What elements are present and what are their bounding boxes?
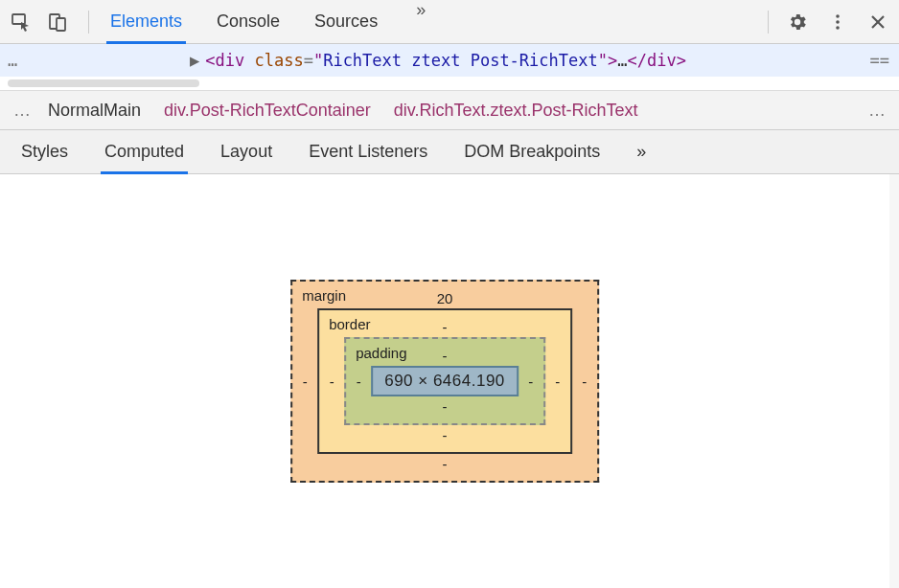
computed-pane: margin 20 - border - - padding: [0, 174, 899, 588]
device-toolbar-icon[interactable]: [46, 11, 69, 34]
breadcrumb-more-right[interactable]: …: [863, 101, 891, 121]
box-model-margin-label: margin: [302, 287, 346, 304]
settings-icon[interactable]: [786, 11, 809, 34]
svg-point-5: [836, 26, 840, 30]
toolbar-left-icons: [10, 11, 82, 34]
dom-attr-name: class: [254, 51, 303, 70]
separator: [88, 11, 89, 34]
devtools-toolbar: Elements Console Sources »: [0, 0, 899, 44]
tab-console[interactable]: Console: [213, 0, 284, 43]
truncation-left: …: [8, 51, 36, 70]
padding-bottom[interactable]: -: [346, 396, 543, 423]
subtab-dom-breakpoints[interactable]: DOM Breakpoints: [460, 130, 604, 173]
margin-bottom[interactable]: -: [292, 454, 597, 481]
tab-sources[interactable]: Sources: [311, 0, 381, 43]
dom-selected-line[interactable]: … ▶ <div class="RichText ztext Post-Rich…: [0, 44, 899, 77]
breadcrumb-item[interactable]: div.Post-RichTextContainer: [152, 101, 382, 121]
svg-point-3: [836, 14, 840, 18]
dom-tag: div: [216, 51, 245, 70]
svg-rect-2: [57, 18, 65, 31]
kebab-menu-icon[interactable]: [826, 11, 849, 34]
subtab-styles[interactable]: Styles: [17, 130, 72, 173]
breadcrumb-item[interactable]: div.RichText.ztext.Post-RichText: [382, 101, 650, 121]
selected-marker: ==: [870, 51, 899, 70]
padding-right[interactable]: -: [519, 373, 543, 390]
margin-left[interactable]: -: [292, 373, 317, 390]
padding-left[interactable]: -: [346, 373, 371, 390]
expand-triangle-icon[interactable]: ▶: [190, 51, 199, 70]
styles-subtabs: Styles Computed Layout Event Listeners D…: [0, 130, 899, 174]
border-right[interactable]: -: [545, 373, 570, 390]
margin-right[interactable]: -: [572, 373, 597, 390]
border-left[interactable]: -: [319, 373, 344, 390]
box-model-content[interactable]: 690 × 6464.190: [371, 366, 519, 396]
tab-elements[interactable]: Elements: [106, 0, 186, 43]
box-model[interactable]: margin 20 - border - - padding: [290, 280, 599, 483]
scrollbar-thumb[interactable]: [8, 79, 199, 87]
breadcrumb-more-left[interactable]: …: [8, 101, 36, 121]
dom-attr-value: RichText ztext Post-RichText: [323, 51, 598, 70]
breadcrumb-item[interactable]: NormalMain: [36, 101, 152, 121]
svg-rect-0: [12, 14, 25, 24]
inspect-element-icon[interactable]: [10, 11, 33, 34]
subtabs-overflow[interactable]: »: [633, 130, 650, 173]
horizontal-scrollbar[interactable]: [0, 77, 899, 90]
toolbar-right-icons: [774, 11, 889, 34]
svg-point-4: [836, 20, 840, 24]
separator: [768, 11, 769, 34]
subtab-computed[interactable]: Computed: [101, 130, 188, 173]
box-model-padding-label: padding: [356, 345, 406, 361]
close-icon[interactable]: [866, 11, 889, 34]
breadcrumb: … NormalMain div.Post-RichTextContainer …: [0, 90, 899, 130]
box-model-border-label: border: [329, 316, 370, 332]
subtab-layout[interactable]: Layout: [217, 130, 276, 173]
main-tabs: Elements Console Sources »: [95, 0, 762, 43]
subtab-event-listeners[interactable]: Event Listeners: [305, 130, 431, 173]
border-bottom[interactable]: -: [319, 425, 570, 452]
tabs-overflow[interactable]: »: [408, 0, 426, 43]
